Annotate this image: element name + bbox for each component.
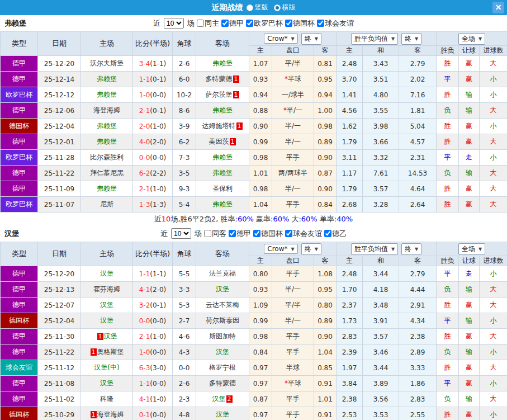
match-date: 25-12-07 — [38, 298, 81, 313]
score-cell: 0-0(0-0) — [133, 150, 173, 166]
league-filter[interactable]: 德乙 — [324, 229, 347, 239]
league-filter[interactable]: 德甲 — [221, 18, 244, 29]
league-checkbox[interactable] — [253, 230, 260, 237]
final-select-2[interactable]: 终 — [401, 243, 421, 255]
result-handicap: 输 — [459, 166, 480, 181]
col-home: 主场 — [81, 32, 133, 56]
match-date: 25-11-02 — [38, 391, 81, 407]
radio-unselected-icon[interactable] — [247, 4, 253, 11]
handicap-line: 平手 — [272, 197, 314, 213]
bookmaker-select[interactable]: Crow* — [264, 244, 297, 254]
team-cell: 沃尔夫斯堡 — [81, 56, 133, 72]
team-name: 汉堡 — [216, 410, 229, 418]
filter-controls: 近 10 场 同客 德甲德国杯球会友谊德乙 — [160, 228, 347, 239]
match-date: 25-12-12 — [38, 87, 81, 103]
league-checkbox[interactable] — [317, 20, 324, 27]
result-wdl: 平 — [437, 266, 459, 282]
scope-select[interactable]: 全场 — [458, 33, 485, 45]
avg-draw: 3.28 — [363, 197, 399, 213]
avg-select[interactable]: 胜平负均值 — [351, 243, 398, 255]
match-row: 德甲25-11-301汉堡2-1(1-0)4-6斯图加特0.98平手0.902.… — [1, 329, 507, 345]
scope-select[interactable]: 全场 — [458, 243, 485, 255]
handicap-line: 半/一 — [272, 313, 314, 329]
radio-vertical-layout[interactable]: 竖版 — [247, 3, 268, 12]
league-checkbox[interactable] — [229, 230, 236, 237]
recent-count-select[interactable]: 10 — [164, 18, 184, 29]
team-name: 弗赖堡 — [97, 75, 117, 83]
result-wdl: 负 — [437, 103, 459, 119]
team-cell: 斯图加特 — [196, 329, 249, 345]
bookmaker-select[interactable]: Crow* — [264, 34, 297, 44]
avg-home: 1.70 — [337, 282, 363, 298]
team-name: 汉堡 — [104, 332, 117, 340]
same-venue-filter[interactable]: 同主 — [197, 18, 219, 29]
same-venue-filter[interactable]: 同客 — [204, 229, 226, 239]
league-filter[interactable]: 球会友谊 — [285, 229, 322, 239]
league-tag: 德甲 — [1, 376, 38, 391]
league-tag: 德甲 — [1, 166, 38, 181]
team-title: 弗赖堡 — [4, 18, 26, 29]
league-checkbox[interactable] — [285, 20, 292, 27]
result-goals: 大 — [480, 197, 507, 213]
league-filter[interactable]: 德国杯 — [253, 229, 283, 239]
recent-count-select[interactable]: 10 — [171, 228, 191, 239]
team-cell: 尼斯 — [81, 197, 133, 213]
result-wdl: 胜 — [437, 329, 459, 345]
avg-away: 5.04 — [399, 119, 437, 134]
radio-selected-icon[interactable] — [274, 4, 281, 11]
odds-away: 1.08 — [314, 266, 337, 282]
result-handicap: 输 — [459, 391, 480, 407]
same-venue-label: 同客 — [212, 229, 226, 239]
odds-home: 1.01 — [249, 166, 272, 181]
team-cell: 汉堡 — [81, 266, 133, 282]
league-checkbox[interactable] — [246, 20, 253, 27]
same-venue-checkbox[interactable] — [197, 20, 204, 27]
result-handicap: 赢 — [459, 56, 480, 72]
avg-away: 2.02 — [399, 72, 437, 87]
league-filter[interactable]: 球会友谊 — [317, 18, 354, 29]
team-cell: 荷尔斯泰因 — [196, 313, 249, 329]
final-select-2[interactable]: 终 — [401, 33, 421, 45]
league-filter[interactable]: 德国杯 — [285, 18, 315, 29]
col-avg-away: 客 — [399, 46, 437, 56]
league-filter[interactable]: 德甲 — [229, 229, 251, 239]
league-checkbox[interactable] — [285, 230, 292, 237]
odds-away: 0.91 — [314, 407, 337, 420]
league-filter[interactable]: 欧罗巴杯 — [246, 18, 283, 29]
team-cell: 弗赖堡 — [81, 87, 133, 103]
handicap-line: 平手 — [272, 407, 314, 420]
team-cell: 弗赖堡 — [196, 166, 249, 181]
final-select-1[interactable]: 终 — [301, 33, 321, 45]
handicap-line: 平手 — [272, 345, 314, 360]
result-handicap: 赢 — [459, 181, 480, 197]
score-cell: 2-1(1-0) — [133, 329, 173, 345]
near-label: 近 — [160, 229, 168, 239]
team-cell: 汉堡2 — [196, 391, 249, 407]
same-venue-checkbox[interactable] — [204, 230, 211, 237]
close-button[interactable]: ✕ — [492, 2, 504, 13]
col-avg-draw: 和 — [363, 256, 399, 266]
avg-select[interactable]: 胜平负均值 — [351, 33, 398, 45]
final-select-1[interactable]: 终 — [301, 243, 321, 255]
handicap-line: 半/一 — [272, 119, 314, 134]
team-cell: 云达不莱梅 — [196, 298, 249, 313]
team-name: 弗赖堡 — [97, 91, 117, 98]
avg-away: 2.79 — [399, 266, 437, 282]
team-name: 弗赖堡 — [212, 200, 233, 208]
filter-bar: 汉堡 近 10 场 同客 德甲德国杯球会友谊德乙 — [0, 225, 507, 242]
match-date: 25-11-12 — [38, 360, 81, 376]
handicap-line: 半球 — [272, 360, 314, 376]
col-avg-away: 客 — [399, 256, 437, 266]
avg-home: 2.39 — [337, 345, 363, 360]
match-row: 欧罗巴杯25-12-12弗赖堡1-0(0-0)10-2萨尔茨堡10.94一/球半… — [1, 87, 507, 103]
radio-horizontal-label: 横版 — [282, 3, 296, 12]
col-score: 比分(半场) — [133, 242, 173, 266]
league-checkbox[interactable] — [324, 230, 331, 237]
corner-count: 3-5 — [173, 166, 196, 181]
team-cell: 霍芬海姆 — [81, 282, 133, 298]
radio-horizontal-layout[interactable]: 横版 — [274, 3, 296, 12]
avg-home: 2.53 — [337, 407, 363, 420]
avg-home: 2.83 — [337, 329, 363, 345]
score-cell: 2-0(1-0) — [133, 119, 173, 134]
league-checkbox[interactable] — [221, 20, 229, 27]
